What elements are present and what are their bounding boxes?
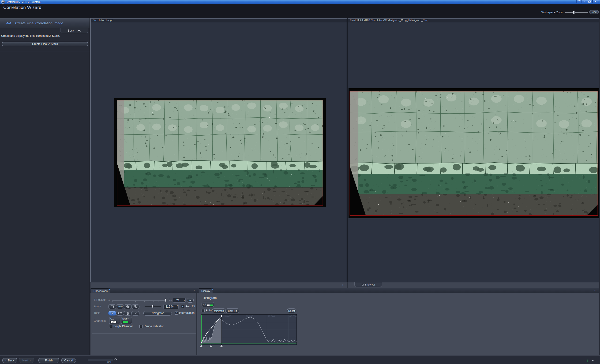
hand-icon [126, 311, 129, 315]
status-chevron-up-icon[interactable] [591, 359, 595, 361]
tab-display[interactable]: Display [199, 288, 213, 293]
tools-label: Tools [94, 311, 100, 315]
zoom-100-button[interactable]: 100% [116, 304, 124, 309]
zoom-in-button[interactable] [131, 304, 140, 309]
single-channel-checkbox[interactable] [109, 325, 112, 328]
bottom-control-area: Z-Position 1 21 21 ▲▼ ▶ Zoom 100% 116 % [91, 293, 599, 355]
egfp-dropdown-icon[interactable]: ▼ [129, 321, 131, 323]
zen-application-window: ZEN Untitled186 - ZEN 2.1 system ? – × C… [0, 0, 600, 364]
z-slider-thumb[interactable] [165, 298, 167, 302]
c1-dropdown-icon[interactable]: ▼ [117, 321, 119, 323]
histogram-all-channels-button[interactable]: All [202, 302, 214, 307]
tab-dimensions[interactable]: Dimensions [91, 288, 110, 293]
z-min-label: 1 [108, 298, 110, 301]
page-title: Correlation Wizard [3, 5, 41, 10]
histogram-reset-button[interactable]: Reset [287, 309, 296, 313]
info-status-icon[interactable]: i [587, 359, 588, 362]
expand-progress-icon[interactable] [114, 358, 117, 360]
final-image-panel: Final: Untitled186 Correlation-SEM align… [348, 18, 599, 282]
final-image-viewport[interactable] [348, 88, 599, 218]
bottom-tab-strip: Dimensions ▼ Display ▼ [91, 288, 599, 293]
range-indicator-checkbox[interactable] [140, 325, 142, 328]
window-title: Untitled186 - ZEN 2.1 system [7, 0, 41, 3]
divider [2, 40, 88, 40]
workspace-zoom-reset-button[interactable]: Reset [589, 10, 599, 14]
view-options-strip: ▼ Show All [91, 282, 599, 288]
z-position-input[interactable]: 21 ▲▼ [173, 298, 186, 303]
zen-logo-icon: ZEN [1, 0, 5, 4]
gamma-handle[interactable] [209, 345, 212, 347]
c1-lut-swatch [110, 321, 116, 323]
minimize-button[interactable]: – [582, 0, 587, 3]
z-play-button[interactable]: ▶ [187, 298, 194, 303]
range-indicator-label: Range Indicator [144, 325, 164, 328]
next-button[interactable]: Next > [19, 358, 34, 363]
show-all-checkbox[interactable] [362, 284, 364, 286]
zoom-out-button[interactable] [124, 304, 132, 309]
zoom-fit-button[interactable] [108, 304, 116, 309]
egfp-mini-swatch [210, 304, 213, 306]
channels-label: Channels [94, 319, 106, 323]
window-titlebar[interactable]: ZEN Untitled186 - ZEN 2.1 system ? – × [0, 0, 600, 4]
final-image-panel-title: Final: Untitled186 Correlation-SEM align… [348, 18, 599, 22]
egfp-lut-swatch [122, 321, 128, 323]
create-final-zstack-button[interactable]: Create Final Z-Stack [2, 42, 88, 46]
zoom-out-icon [126, 305, 130, 308]
cancel-button[interactable]: Cancel [61, 358, 76, 363]
best-fit-button[interactable]: Best Fit [225, 309, 239, 313]
auto-label: Auto [206, 309, 212, 312]
wizard-footer: < Back Next > Finish Cancel 0 % i [0, 355, 600, 364]
restore-button[interactable] [587, 0, 592, 3]
c1-mini-swatch [207, 304, 209, 306]
panel-gap [197, 293, 197, 355]
z-position-label: Z-Position [94, 298, 106, 301]
help-button[interactable]: ? [576, 0, 582, 3]
auto-checkbox[interactable] [202, 309, 205, 312]
white-point-handle[interactable] [220, 345, 223, 347]
zoom-value-input[interactable]: 116 % ▲▼ [163, 304, 178, 309]
back-collapse-flap[interactable]: Back [60, 28, 88, 33]
z-max-label: 21 [169, 298, 172, 301]
z-spinner-arrows[interactable]: ▲▼ [184, 298, 185, 301]
workspace-zoom-slider[interactable] [565, 10, 588, 14]
wizard-header: Correlation Wizard Workspace Zoom Reset [0, 4, 600, 18]
min-max-button[interactable]: Min/Max [212, 309, 226, 313]
correlation-image-viewport[interactable] [114, 98, 326, 207]
strip-divider [347, 282, 348, 288]
picker-tool-button[interactable] [131, 311, 140, 316]
z-position-slider[interactable] [112, 300, 167, 300]
interpolation-checkbox[interactable]: ✔ [175, 311, 178, 315]
pen-icon [134, 311, 137, 315]
finish-button[interactable]: Finish [38, 358, 59, 363]
right-menu-caret-icon[interactable]: ▼ [594, 290, 596, 292]
pointer-tool-button[interactable] [108, 311, 116, 316]
auto-fit-checkbox[interactable]: ✔ [181, 305, 184, 308]
show-all-toggle[interactable]: Show All [354, 282, 382, 287]
zoom-region-tool-button[interactable] [116, 311, 124, 316]
black-point-handle[interactable] [200, 345, 203, 347]
step-description: Create and display the final correlated … [1, 34, 60, 37]
histogram-chart[interactable] [201, 314, 297, 345]
slider-rail [565, 12, 588, 13]
zoom-slider-thumb[interactable] [152, 305, 153, 308]
zoom-region-icon [118, 311, 122, 315]
progress-bar [87, 359, 113, 361]
auto-fit-label: Auto Fit [185, 305, 195, 308]
close-button[interactable]: × [592, 0, 599, 3]
back-button[interactable]: < Back [2, 358, 17, 363]
pan-tool-button[interactable] [124, 311, 132, 316]
collapse-caret-icon[interactable]: ▼ [342, 284, 344, 286]
slider-thumb[interactable] [573, 11, 575, 14]
zoom-spinner-arrows[interactable]: ▲▼ [177, 305, 178, 308]
z-slider-ticks [112, 301, 166, 302]
chevron-up-icon [77, 29, 81, 32]
back-label: Back [68, 29, 74, 32]
channel-c1-button[interactable]: C1 ▼ [109, 317, 120, 324]
show-all-label: Show All [365, 283, 375, 286]
navigator-button[interactable]: Navigator [143, 311, 172, 316]
channel-egfp-button[interactable]: EGFP ▼ [121, 317, 132, 324]
restore-icon [587, 0, 592, 3]
fit-view-icon [110, 305, 114, 308]
tools-button-group [109, 311, 140, 316]
dimensions-menu-caret-icon[interactable]: ▼ [193, 290, 195, 292]
